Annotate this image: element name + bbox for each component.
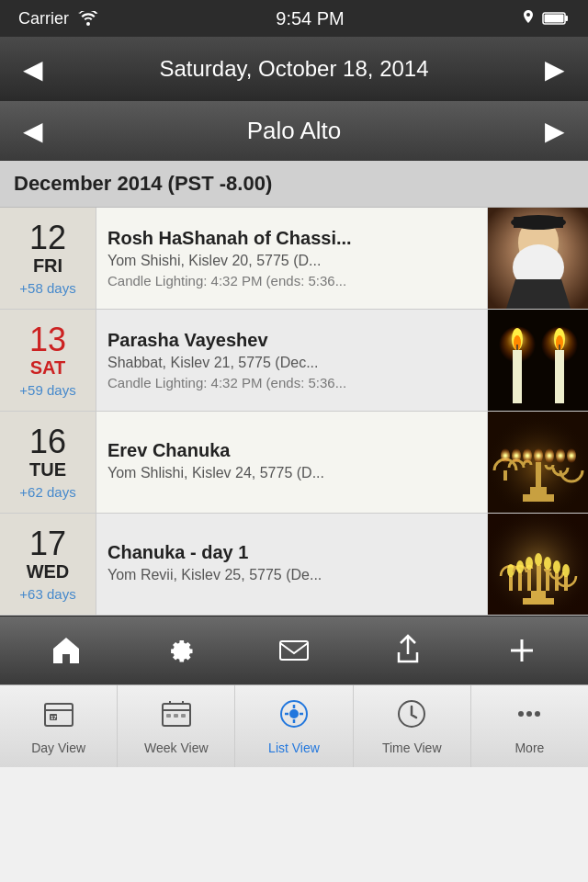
nav-header: ◀ Saturday, October 18, 2014 ▶ xyxy=(0,37,588,101)
add-button[interactable] xyxy=(496,629,548,672)
list-view-icon xyxy=(277,697,311,737)
date-day: FRI xyxy=(33,254,62,277)
tab-more[interactable]: More xyxy=(471,685,588,767)
svg-rect-1 xyxy=(565,16,568,21)
event-image xyxy=(487,310,588,411)
home-icon xyxy=(50,634,83,667)
share-button[interactable] xyxy=(382,629,434,672)
week-view-icon xyxy=(160,697,193,737)
event-row[interactable]: 12FRI+58 daysRosh HaShanah of Chassi...Y… xyxy=(0,208,588,310)
week-view-label: Week View xyxy=(144,741,209,755)
date-offset: +59 days xyxy=(19,382,75,398)
add-icon xyxy=(505,634,538,667)
event-detail: Candle Lighting: 4:32 PM (ends: 5:36... xyxy=(107,375,476,390)
status-bar: Carrier 9:54 PM xyxy=(0,0,588,37)
time-view-label: Time View xyxy=(382,741,442,755)
svg-rect-9 xyxy=(174,714,178,718)
share-icon xyxy=(391,634,424,667)
svg-rect-10 xyxy=(181,714,186,718)
event-title: Chanuka - day 1 xyxy=(107,542,476,563)
date-day: WED xyxy=(27,560,70,582)
status-left: Carrier xyxy=(18,9,98,28)
status-right xyxy=(522,10,570,27)
event-image xyxy=(487,208,588,309)
event-image xyxy=(487,412,588,513)
event-content: Erev ChanukaYom Shlishi, Kislev 24, 5775… xyxy=(96,412,487,513)
settings-button[interactable] xyxy=(154,629,206,672)
current-date: Saturday, October 18, 2014 xyxy=(159,56,428,82)
svg-point-12 xyxy=(289,709,299,718)
date-box: 17WED+63 days xyxy=(0,514,96,615)
next-location-button[interactable]: ▶ xyxy=(536,111,574,151)
svg-text:17: 17 xyxy=(51,715,57,720)
gear-icon xyxy=(164,634,197,667)
prev-date-button[interactable]: ◀ xyxy=(14,50,52,89)
event-row[interactable]: 16TUE+62 daysErev ChanukaYom Shlishi, Ki… xyxy=(0,412,588,514)
prev-location-button[interactable]: ◀ xyxy=(14,111,52,151)
svg-point-16 xyxy=(535,711,540,717)
event-detail: Candle Lighting: 4:32 PM (ends: 5:36... xyxy=(107,273,476,288)
more-icon xyxy=(513,697,546,737)
more-label: More xyxy=(514,741,544,755)
month-header: December 2014 (PST -8.00) xyxy=(0,161,588,208)
time-view-icon xyxy=(395,697,428,737)
date-box: 13SAT+59 days xyxy=(0,310,96,411)
tab-bar: 17Day ViewWeek ViewList ViewTime ViewMor… xyxy=(0,684,588,767)
date-day: SAT xyxy=(30,356,66,379)
event-content: Rosh HaShanah of Chassi...Yom Shishi, Ki… xyxy=(96,208,487,309)
list-view-label: List View xyxy=(268,741,320,755)
event-image xyxy=(487,514,588,615)
event-subtitle: Yom Revii, Kislev 25, 5775 (De... xyxy=(107,567,476,583)
location-icon xyxy=(522,10,535,27)
event-title: Erev Chanuka xyxy=(107,440,476,461)
date-offset: +58 days xyxy=(19,280,75,296)
tab-list-view[interactable]: List View xyxy=(235,685,353,767)
svg-rect-2 xyxy=(545,15,564,23)
battery-icon xyxy=(542,11,570,26)
date-number: 12 xyxy=(29,221,66,254)
date-number: 17 xyxy=(29,527,66,560)
tab-time-view[interactable]: Time View xyxy=(354,685,471,767)
svg-point-15 xyxy=(526,711,532,717)
event-subtitle: Yom Shishi, Kislev 20, 5775 (D... xyxy=(107,253,476,269)
day-view-label: Day View xyxy=(31,741,85,755)
date-day: TUE xyxy=(29,458,66,481)
date-offset: +63 days xyxy=(19,586,75,602)
event-content: Chanuka - day 1Yom Revii, Kislev 25, 577… xyxy=(96,514,487,615)
tab-day-view[interactable]: 17Day View xyxy=(0,685,118,767)
event-title: Rosh HaShanah of Chassi... xyxy=(107,228,476,249)
date-offset: +62 days xyxy=(19,484,75,500)
mail-icon xyxy=(277,634,311,667)
month-label: December 2014 (PST -8.00) xyxy=(14,172,272,195)
home-button[interactable] xyxy=(40,629,92,672)
location-header: ◀ Palo Alto ▶ xyxy=(0,101,588,161)
svg-point-14 xyxy=(518,711,524,717)
status-time: 9:54 PM xyxy=(276,8,344,29)
location-title: Palo Alto xyxy=(52,117,536,145)
day-view-icon: 17 xyxy=(42,697,75,737)
event-row[interactable]: 13SAT+59 daysParasha VayeshevShabbat, Ki… xyxy=(0,310,588,412)
toolbar xyxy=(0,616,588,684)
mail-button[interactable] xyxy=(268,629,320,672)
svg-rect-3 xyxy=(280,641,308,660)
event-content: Parasha VayeshevShabbat, Kislev 21, 5775… xyxy=(96,310,487,411)
next-date-button[interactable]: ▶ xyxy=(536,50,574,89)
svg-rect-4 xyxy=(45,704,73,726)
event-row[interactable]: 17WED+63 daysChanuka - day 1Yom Revii, K… xyxy=(0,514,588,616)
svg-rect-8 xyxy=(166,714,171,718)
date-box: 12FRI+58 days xyxy=(0,208,96,309)
event-title: Parasha Vayeshev xyxy=(107,330,476,351)
event-subtitle: Shabbat, Kislev 21, 5775 (Dec... xyxy=(107,355,476,371)
date-number: 16 xyxy=(29,425,66,458)
tab-week-view[interactable]: Week View xyxy=(118,685,235,767)
date-box: 16TUE+62 days xyxy=(0,412,96,513)
date-number: 13 xyxy=(29,323,66,356)
carrier-label: Carrier xyxy=(18,9,69,28)
event-subtitle: Yom Shlishi, Kislev 24, 5775 (D... xyxy=(107,465,476,481)
wifi-icon xyxy=(78,11,98,26)
event-list: 12FRI+58 daysRosh HaShanah of Chassi...Y… xyxy=(0,208,588,616)
